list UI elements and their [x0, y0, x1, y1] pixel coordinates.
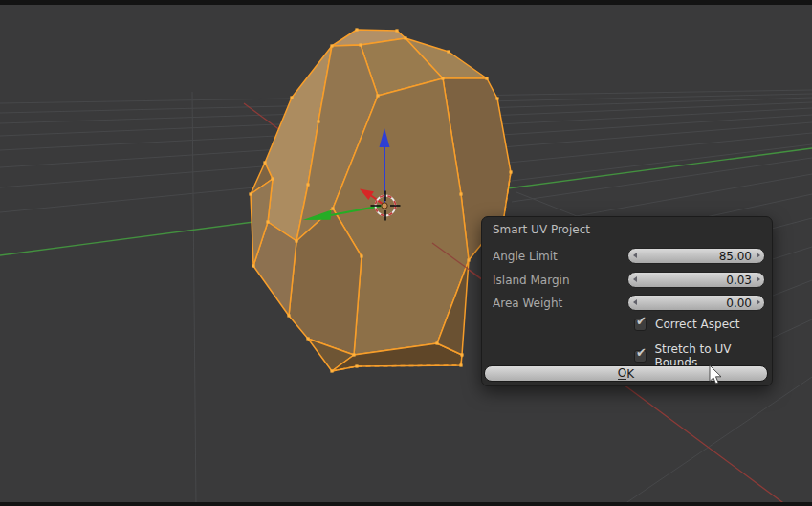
slider-left-arrow-icon[interactable]: [633, 276, 637, 282]
island-margin-value: 0.03: [726, 274, 752, 287]
mesh-vertex[interactable]: [331, 207, 334, 209]
mesh-vertex[interactable]: [330, 44, 333, 47]
mesh-vertex[interactable]: [290, 96, 293, 99]
grid-line: [192, 92, 196, 506]
area-weight-label: Area Weight: [493, 297, 562, 310]
mesh-vertex[interactable]: [295, 239, 297, 242]
mesh-vertex[interactable]: [395, 29, 398, 32]
angle-limit-row: Angle Limit 85.00: [493, 248, 765, 264]
mesh-vertex[interactable]: [330, 369, 333, 372]
mesh-vertex[interactable]: [355, 364, 358, 367]
mesh-vertex[interactable]: [509, 170, 512, 173]
mesh-vertex[interactable]: [352, 353, 355, 356]
mesh-vertex[interactable]: [441, 77, 444, 79]
mesh-vertex[interactable]: [404, 36, 406, 39]
mesh-vertex[interactable]: [287, 314, 290, 317]
grid-line: [622, 377, 812, 506]
viewport-top-edge: [0, 0, 812, 5]
island-margin-slider[interactable]: 0.03: [627, 272, 765, 288]
mesh-vertex[interactable]: [359, 43, 362, 46]
mesh-vertex[interactable]: [447, 50, 450, 53]
grid-line: [512, 158, 812, 202]
checkmark-icon: ✔: [636, 346, 647, 359]
mesh-vertex[interactable]: [306, 337, 309, 340]
correct-aspect-checkbox[interactable]: ✔: [634, 319, 647, 331]
mesh-vertex[interactable]: [271, 177, 274, 180]
mesh-vertex[interactable]: [459, 192, 462, 195]
slider-right-arrow-icon[interactable]: [757, 276, 760, 282]
mesh-vertex[interactable]: [485, 77, 488, 79]
mesh-vertex[interactable]: [317, 120, 319, 122]
angle-limit-value: 85.00: [719, 250, 752, 263]
mesh-vertex[interactable]: [306, 183, 309, 186]
checkmark-icon: ✔: [636, 315, 647, 327]
slider-right-arrow-icon[interactable]: [757, 253, 760, 258]
mouse-cursor-icon: [709, 364, 726, 387]
area-weight-slider[interactable]: 0.00: [627, 295, 765, 311]
slider-right-arrow-icon[interactable]: [757, 299, 760, 305]
mesh-vertex[interactable]: [360, 254, 362, 257]
area-weight-row: Area Weight 0.00: [493, 295, 765, 311]
grid-line: [773, 319, 812, 338]
mesh-vertex[interactable]: [495, 97, 498, 99]
blender-3d-viewport[interactable]: Smart UV Project Angle Limit 85.00 Islan…: [0, 0, 812, 506]
mesh-vertex[interactable]: [376, 94, 379, 97]
angle-limit-label: Angle Limit: [493, 250, 558, 263]
dialog-title: Smart UV Project: [493, 223, 590, 236]
ok-button-hotkey: O: [618, 368, 626, 380]
mesh-vertex[interactable]: [459, 363, 462, 366]
viewport-bottom-edge: [0, 502, 812, 506]
correct-aspect-row: ✔ Correct Aspect: [634, 318, 739, 331]
mesh-vertex[interactable]: [467, 258, 470, 261]
mesh-vertex[interactable]: [435, 341, 438, 344]
slider-left-arrow-icon[interactable]: [633, 253, 637, 258]
grid-line: [773, 280, 812, 296]
selection-median-dot: [382, 203, 387, 209]
edited-mesh[interactable]: [249, 28, 512, 372]
mesh-vertex[interactable]: [263, 161, 266, 164]
island-margin-label: Island Margin: [493, 274, 570, 287]
mesh-vertex[interactable]: [266, 220, 269, 223]
mesh-vertex[interactable]: [355, 28, 358, 31]
angle-limit-slider[interactable]: 85.00: [627, 248, 765, 264]
mesh-vertex[interactable]: [460, 353, 463, 356]
island-margin-row: Island Margin 0.03: [493, 272, 765, 288]
area-weight-value: 0.00: [726, 297, 752, 310]
ok-button-label: K: [626, 367, 634, 381]
grid-line: [512, 144, 812, 181]
mesh-vertex[interactable]: [252, 264, 254, 267]
slider-left-arrow-icon[interactable]: [633, 299, 637, 305]
stretch-uv-bounds-checkbox[interactable]: ✔: [634, 350, 647, 363]
smart-uv-project-dialog: Smart UV Project Angle Limit 85.00 Islan…: [481, 216, 773, 386]
correct-aspect-label: Correct Aspect: [655, 318, 739, 331]
mesh-vertex[interactable]: [249, 192, 252, 195]
